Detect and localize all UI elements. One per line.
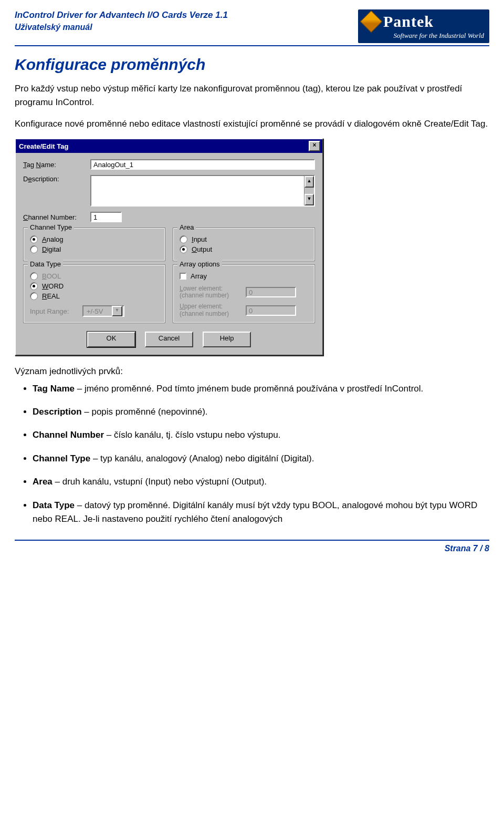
intro-paragraph-1: Pro každý vstup nebo výstup měřicí karty… [15,82,489,110]
diamond-icon [360,11,382,33]
help-button[interactable]: Help [203,332,251,347]
radio-word-label: WORD [42,282,64,290]
list-item: Tag Name – jméno proměnné. Pod tímto jmé… [33,382,489,396]
scroll-down-icon[interactable]: ▼ [304,194,314,205]
radio-bool: BOOL [30,272,159,280]
input-range-select: +/-5V ▼ [82,305,124,317]
list-item: Description – popis proměnné (nepovinné)… [33,405,489,419]
close-button[interactable]: × [309,141,320,151]
radio-icon [30,292,38,300]
page-header: InControl Driver for Advantech I/O Cards… [15,9,489,43]
array-options-group: Array options Array Lower element:(chann… [173,264,315,323]
intro-paragraph-2: Konfigurace nové proměnné nebo editace v… [15,117,489,131]
upper-element-label: Upper element:(channel number) [180,303,242,317]
radio-real[interactable]: REAL [30,292,159,300]
data-type-legend: Data Type [28,260,63,268]
radio-digital-label: Digital [42,245,61,253]
scroll-up-icon[interactable]: ▲ [304,176,314,188]
list-item: Channel Type – typ kanálu, analogový (An… [33,452,489,466]
dialog-titlebar: Create/Edit Tag × [16,139,322,153]
lower-element-input: 0 [246,287,296,297]
input-range-label: Input Range: [30,307,77,315]
array-checkbox-label: Array [191,272,207,280]
header-title-line2: Uživatelský manuál [15,22,228,33]
radio-word[interactable]: WORD [30,282,159,290]
radio-output[interactable]: Output [180,245,308,253]
upper-element-input: 0 [246,305,296,316]
list-intro: Význam jednotlivých prvků: [15,366,489,377]
list-item: Data Type – datový typ proměnné. Digitál… [33,499,489,527]
radio-digital[interactable]: Digital [30,245,159,253]
array-options-legend: Array options [177,260,222,268]
radio-icon [180,235,187,243]
header-title-line1: InControl Driver for Advantech I/O Cards… [15,9,228,22]
description-label: Description: [23,175,85,183]
channel-type-legend: Channel Type [28,223,74,231]
company-logo: Pantek Software for the Industrial World [358,9,489,43]
radio-analog[interactable]: Analog [30,235,159,243]
tag-name-input[interactable] [90,159,315,170]
radio-output-label: Output [192,245,212,253]
company-tagline: Software for the Industrial World [363,32,484,40]
radio-input[interactable]: Input [180,235,308,243]
radio-icon [30,282,38,290]
lower-element-label: Lower element:(channel number) [180,285,242,299]
area-group: Area Input Output [173,228,315,261]
list-item: Area – druh kanálu, vstupní (Input) nebo… [33,475,489,489]
chevron-down-icon: ▼ [112,306,122,316]
radio-icon [30,245,38,253]
cancel-button[interactable]: Cancel [145,332,193,347]
radio-real-label: REAL [42,292,60,300]
company-name: Pantek [383,13,434,30]
description-input[interactable]: ▲ ▼ [90,175,315,207]
radio-analog-label: Analog [42,235,63,243]
channel-type-group: Channel Type Analog Digital [23,228,165,261]
page-footer: Strana 7 / 8 [15,544,489,561]
data-type-group: Data Type BOOL WORD REAL Input Range [23,264,165,323]
header-divider [15,45,489,46]
dialog-title: Create/Edit Tag [19,142,68,150]
radio-input-label: Input [192,235,207,243]
radio-icon [30,235,38,243]
input-range-value: +/-5V [87,307,103,315]
definition-list: Tag Name – jméno proměnné. Pod tímto jmé… [15,382,489,526]
section-title: Konfigurace proměnných [15,56,489,74]
radio-bool-label: BOOL [42,272,61,280]
radio-icon [30,272,38,280]
ok-button[interactable]: OK [87,332,135,347]
checkbox-icon [180,273,186,280]
create-edit-tag-dialog: Create/Edit Tag × Tag Name: Description:… [15,138,323,356]
channel-number-input[interactable] [90,212,122,222]
radio-icon [180,245,187,253]
description-scrollbar[interactable]: ▲ ▼ [304,176,314,205]
tag-name-label: Tag Name: [23,161,85,169]
footer-divider [15,540,489,541]
array-checkbox[interactable]: Array [180,272,308,280]
channel-number-label: Channel Number: [23,213,85,221]
list-item: Channel Number – číslo kanálu, tj. číslo… [33,428,489,442]
area-legend: Area [177,223,196,231]
